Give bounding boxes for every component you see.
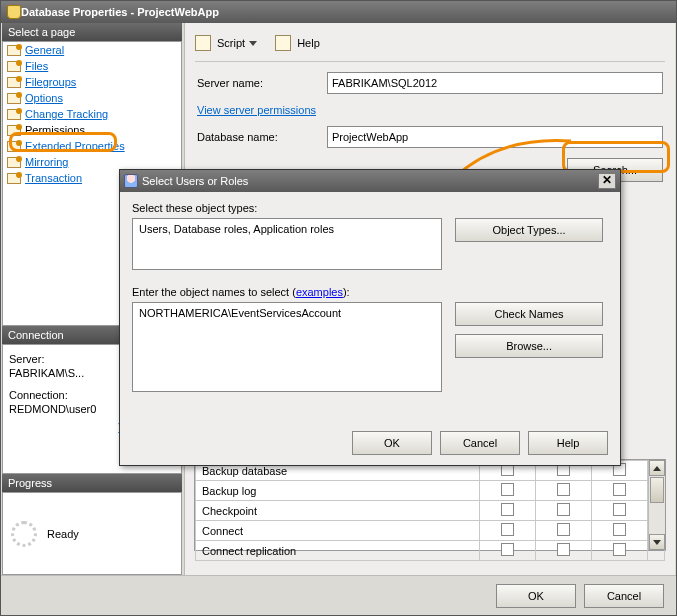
object-names-label: Enter the object names to select (exampl… <box>132 286 608 298</box>
checkbox[interactable] <box>557 483 570 496</box>
progress-header: Progress <box>2 474 182 492</box>
dialog-titlebar[interactable]: Select Users or Roles ✕ <box>120 170 620 192</box>
permissions-table: Backup database Backup log Checkpoint Co… <box>194 459 666 551</box>
checkbox[interactable] <box>613 503 626 516</box>
server-name-label: Server name: <box>197 77 327 89</box>
table-row[interactable]: Connect <box>196 521 665 541</box>
page-icon <box>7 93 21 104</box>
progress-spinner-icon <box>11 521 37 547</box>
dialog-title: Select Users or Roles <box>142 175 248 187</box>
chevron-up-icon <box>653 466 661 471</box>
page-icon <box>7 141 21 152</box>
checkbox[interactable] <box>501 523 514 536</box>
object-types-label: Select these object types: <box>132 202 608 214</box>
select-users-or-roles-dialog: Select Users or Roles ✕ Select these obj… <box>119 169 621 466</box>
dialog-body: Select these object types: Users, Databa… <box>120 192 620 402</box>
content-toolbar: Script Help <box>195 31 665 62</box>
page-icon <box>7 109 21 120</box>
progress-box: Ready <box>2 492 182 575</box>
close-button[interactable]: ✕ <box>598 173 616 189</box>
page-icon <box>7 45 21 56</box>
checkbox[interactable] <box>613 543 626 556</box>
page-item-options[interactable]: Options <box>3 90 181 106</box>
chevron-down-icon <box>653 540 661 545</box>
object-types-button[interactable]: Object Types... <box>455 218 603 242</box>
database-icon <box>7 5 21 19</box>
help-button[interactable]: Help <box>297 37 320 49</box>
dialog-ok-button[interactable]: OK <box>352 431 432 455</box>
page-item-general[interactable]: General <box>3 42 181 58</box>
checkbox[interactable] <box>557 523 570 536</box>
database-name-label: Database name: <box>197 131 327 143</box>
page-item-files[interactable]: Files <box>3 58 181 74</box>
help-icon <box>275 35 291 51</box>
browse-button[interactable]: Browse... <box>455 334 603 358</box>
table-row[interactable]: Backup log <box>196 481 665 501</box>
object-types-box: Users, Database roles, Application roles <box>132 218 442 270</box>
checkbox[interactable] <box>613 523 626 536</box>
checkbox[interactable] <box>501 483 514 496</box>
examples-link[interactable]: examples <box>296 286 343 298</box>
view-server-permissions-link[interactable]: View server permissions <box>197 104 316 116</box>
script-dropdown-icon[interactable] <box>249 41 257 46</box>
page-icon <box>7 157 21 168</box>
page-item-extended-properties[interactable]: Extended Properties <box>3 138 181 154</box>
checkbox[interactable] <box>501 543 514 556</box>
checkbox[interactable] <box>557 543 570 556</box>
window-title: Database Properties - ProjectWebApp <box>21 6 219 18</box>
page-item-mirroring[interactable]: Mirroring <box>3 154 181 170</box>
scroll-thumb[interactable] <box>650 477 664 503</box>
object-names-input[interactable]: NORTHAMERICA\EventServicesAccount <box>132 302 442 392</box>
checkbox[interactable] <box>501 503 514 516</box>
table-row[interactable]: Connect replication <box>196 541 665 561</box>
pages-header: Select a page <box>2 23 182 41</box>
page-item-change-tracking[interactable]: Change Tracking <box>3 106 181 122</box>
page-item-filegroups[interactable]: Filegroups <box>3 74 181 90</box>
page-item-permissions[interactable]: Permissions <box>3 122 181 138</box>
user-icon <box>124 174 138 188</box>
window-titlebar[interactable]: Database Properties - ProjectWebApp <box>1 1 676 23</box>
vertical-scrollbar[interactable] <box>648 460 665 550</box>
database-name-input[interactable] <box>327 126 663 148</box>
page-icon <box>7 125 21 136</box>
dialog-help-button[interactable]: Help <box>528 431 608 455</box>
checkbox[interactable] <box>557 503 570 516</box>
checkbox[interactable] <box>613 483 626 496</box>
ok-button[interactable]: OK <box>496 584 576 608</box>
cancel-button[interactable]: Cancel <box>584 584 664 608</box>
page-icon <box>7 61 21 72</box>
window-footer: OK Cancel <box>1 575 676 615</box>
check-names-button[interactable]: Check Names <box>455 302 603 326</box>
database-properties-window: Database Properties - ProjectWebApp Sele… <box>0 0 677 616</box>
table-row[interactable]: Checkpoint <box>196 501 665 521</box>
script-button[interactable]: Script <box>217 37 245 49</box>
script-icon <box>195 35 211 51</box>
progress-status: Ready <box>47 528 79 540</box>
server-name-input[interactable] <box>327 72 663 94</box>
dialog-footer: OK Cancel Help <box>352 431 608 455</box>
scroll-up-button[interactable] <box>649 460 665 476</box>
dialog-cancel-button[interactable]: Cancel <box>440 431 520 455</box>
page-icon <box>7 77 21 88</box>
page-icon <box>7 173 21 184</box>
scroll-down-button[interactable] <box>649 534 665 550</box>
